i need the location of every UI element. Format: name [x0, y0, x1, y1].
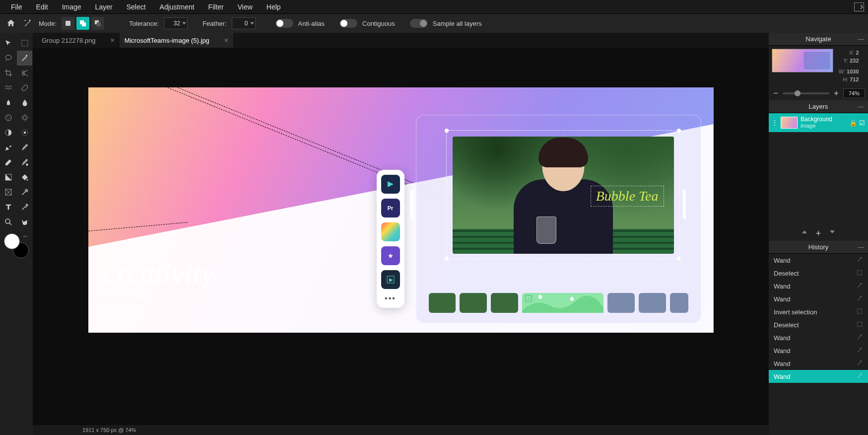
- panel-minimize-button[interactable]: —: [858, 243, 864, 251]
- menu-help[interactable]: Help: [260, 1, 288, 13]
- menu-layer[interactable]: Layer: [88, 1, 120, 13]
- more-apps-icon: •••: [385, 294, 396, 303]
- video-timeline: ♪: [429, 293, 688, 315]
- layer-add-button[interactable]: +: [816, 228, 821, 239]
- move-tool[interactable]: [0, 36, 16, 51]
- zoom-out-button[interactable]: −: [772, 89, 780, 97]
- layer-drag-handle[interactable]: ⋮: [772, 119, 778, 126]
- zoom-in-button[interactable]: +: [832, 89, 840, 97]
- history-item[interactable]: Wand: [769, 280, 868, 292]
- layer-name: Background: [801, 116, 846, 123]
- liquify-tool[interactable]: [0, 80, 16, 95]
- lasso-tool[interactable]: [0, 51, 16, 66]
- marquee-icon: [856, 269, 863, 278]
- zoom-tool[interactable]: [0, 215, 16, 229]
- brush-tool[interactable]: [17, 140, 32, 155]
- mode-subtract-button[interactable]: [91, 17, 104, 30]
- swap-colors-icon[interactable]: ⤺: [23, 233, 28, 240]
- mode-add-button[interactable]: [76, 17, 89, 30]
- lock-icon[interactable]: 🔒: [849, 119, 857, 127]
- timeline-clip: [460, 293, 487, 313]
- svg-point-9: [7, 116, 8, 117]
- panel-toggle-button[interactable]: [854, 2, 864, 11]
- contiguous-toggle[interactable]: [339, 19, 357, 28]
- history-item[interactable]: Deselect: [769, 267, 868, 280]
- document-tab-1[interactable]: MicrosoftTeams-image (5).jpg ×: [120, 33, 233, 48]
- sample-all-toggle[interactable]: [410, 19, 428, 28]
- dodge-tool[interactable]: [17, 110, 32, 125]
- app-toolbar: Pr ★ •••: [377, 170, 404, 308]
- timeline-audio-clip: ♪: [522, 293, 603, 313]
- history-item[interactable]: Wand: [769, 331, 868, 344]
- right-panels: Navigate — X: 2 Y: 232 W: 1030 H: 712 − …: [769, 33, 868, 435]
- layer-down-button[interactable]: [829, 228, 836, 239]
- history-item[interactable]: Wand: [769, 357, 868, 370]
- zoom-value-input[interactable]: [843, 88, 865, 98]
- picker-tool[interactable]: [17, 185, 32, 200]
- history-item[interactable]: Wand: [769, 292, 868, 305]
- layer-up-button[interactable]: [801, 228, 808, 239]
- navigate-title: Navigate: [805, 35, 831, 43]
- menu-select[interactable]: Select: [120, 1, 153, 13]
- navigate-panel-header: Navigate —: [769, 33, 868, 46]
- document-tab-0[interactable]: Group 212278.png ×: [37, 33, 120, 48]
- history-item[interactable]: Invert selection: [769, 305, 868, 318]
- canvas[interactable]: creativity Pr ★ •••: [88, 87, 714, 333]
- gradient-tool[interactable]: [0, 170, 16, 185]
- replace-color-tool[interactable]: [17, 155, 32, 170]
- toning-tool[interactable]: [0, 125, 16, 140]
- history-item-label: Wand: [774, 257, 790, 264]
- menu-image[interactable]: Image: [55, 1, 88, 13]
- nav-h-value: 712: [850, 76, 859, 82]
- svg-rect-24: [857, 309, 862, 313]
- tab-close-button[interactable]: ×: [110, 36, 114, 44]
- marquee-tool[interactable]: [17, 36, 32, 51]
- tab-close-button[interactable]: ×: [224, 36, 228, 44]
- history-item[interactable]: Wand: [769, 370, 868, 383]
- antialias-toggle[interactable]: [275, 19, 293, 28]
- visibility-checkbox[interactable]: ☑: [859, 119, 865, 127]
- menu-edit[interactable]: Edit: [29, 1, 55, 13]
- pen-tool[interactable]: [0, 140, 16, 155]
- history-item-label: Wand: [774, 334, 790, 342]
- mode-replace-button[interactable]: [62, 17, 74, 30]
- svg-rect-2: [82, 22, 86, 26]
- blur-tool[interactable]: [17, 95, 32, 110]
- shape-tool[interactable]: [0, 185, 16, 200]
- wand-tool[interactable]: [17, 51, 32, 66]
- panel-minimize-button[interactable]: —: [858, 103, 864, 110]
- home-button[interactable]: [5, 17, 17, 29]
- navigate-thumbnail[interactable]: [772, 49, 833, 72]
- fill-tool[interactable]: [17, 170, 32, 185]
- sponge-tool[interactable]: [0, 110, 16, 125]
- crop-tool[interactable]: [0, 66, 16, 80]
- marquee-icon: [856, 321, 863, 329]
- eraser-tool[interactable]: [0, 155, 16, 170]
- cutout-tool[interactable]: [17, 66, 32, 80]
- clone-tool[interactable]: [0, 95, 16, 110]
- menu-filter[interactable]: Filter: [201, 1, 231, 13]
- temperature-tool[interactable]: [17, 125, 32, 140]
- layer-row[interactable]: ⋮ Background Image 🔒 ☑: [769, 113, 868, 132]
- history-item[interactable]: Deselect: [769, 318, 868, 331]
- zoom-slider[interactable]: [783, 92, 829, 94]
- canvas-viewport[interactable]: creativity Pr ★ •••: [33, 48, 769, 425]
- eyedropper-tool[interactable]: [17, 200, 32, 215]
- contiguous-label: Contiguous: [362, 20, 395, 27]
- text-tool[interactable]: [0, 200, 16, 215]
- history-item[interactable]: Wand: [769, 254, 868, 267]
- menu-adjustment[interactable]: Adjustment: [153, 1, 201, 13]
- heal-tool[interactable]: [17, 80, 32, 95]
- menu-view[interactable]: View: [231, 1, 260, 13]
- history-item-label: Deselect: [774, 270, 799, 277]
- history-item[interactable]: Wand: [769, 344, 868, 357]
- menu-file[interactable]: File: [4, 1, 29, 13]
- slider-handle-right: [683, 190, 686, 219]
- workspace: Group 212278.png × MicrosoftTeams-image …: [33, 33, 769, 435]
- foreground-color[interactable]: [4, 233, 20, 249]
- hand-tool[interactable]: [17, 215, 32, 229]
- app-icon-other: [381, 270, 400, 289]
- color-swatches[interactable]: ⤺: [4, 233, 29, 258]
- zoom-controls: − +: [769, 86, 868, 100]
- panel-minimize-button[interactable]: —: [858, 35, 864, 43]
